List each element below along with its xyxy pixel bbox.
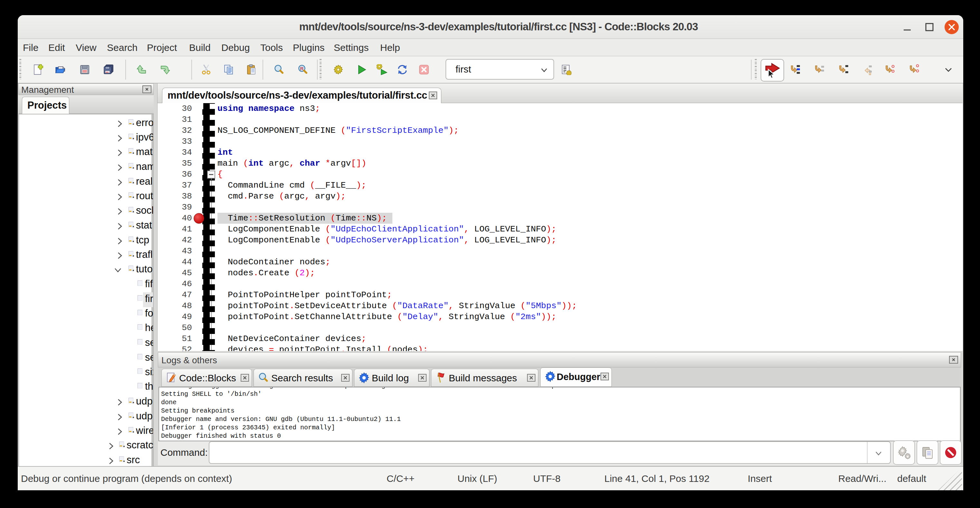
svg-text:R: R xyxy=(300,66,304,71)
